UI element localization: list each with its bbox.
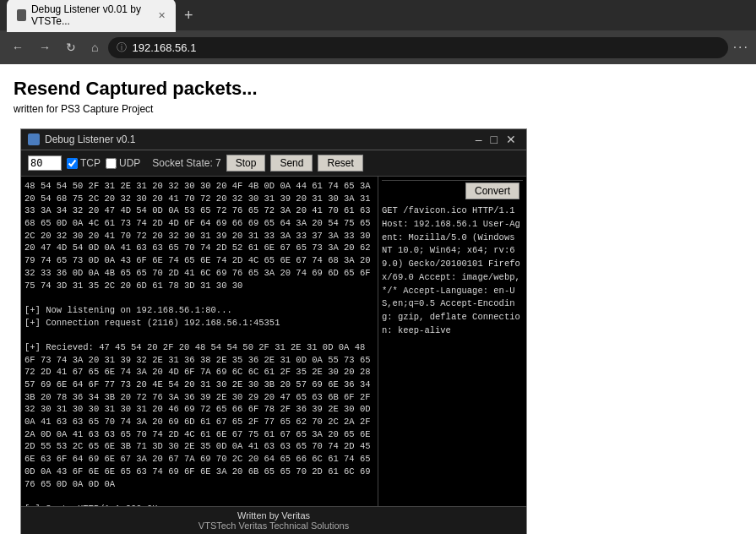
udp-checkbox-label[interactable]: UDP — [106, 157, 140, 169]
send-button[interactable]: Send — [270, 155, 313, 172]
udp-checkbox[interactable] — [106, 158, 117, 169]
debug-right-content: GET /favicon.ico HTTP/1.1 Host: 192.168.… — [382, 201, 523, 338]
debug-window-buttons: – □ ✕ — [472, 133, 519, 146]
address-bar-container: ⓘ — [108, 37, 727, 58]
debug-right-panel: Convert GET /favicon.ico HTTP/1.1 Host: … — [378, 177, 526, 506]
tab-favicon — [17, 9, 26, 21]
browser-toolbar: ← → ↻ ⌂ ⓘ ··· — [0, 30, 756, 64]
tab-close-button[interactable]: ✕ — [158, 10, 166, 21]
new-tab-button[interactable]: + — [179, 7, 199, 25]
active-tab[interactable]: Debug Listener v0.01 by VTSTe... ✕ — [7, 0, 176, 32]
debug-close-button[interactable]: ✕ — [503, 133, 519, 146]
debug-titlebar: Debug Listener v0.1 – □ ✕ — [21, 129, 526, 150]
reset-button[interactable]: Reset — [318, 155, 362, 172]
tcp-label: TCP — [80, 157, 101, 169]
convert-btn-row: Convert — [382, 180, 523, 201]
page-subtitle: written for PS3 Capture Project — [14, 103, 742, 115]
debug-title-left: Debug Listener v0.1 — [28, 134, 135, 145]
stop-button[interactable]: Stop — [226, 155, 266, 172]
page-content: Resend Captured packets... written for P… — [0, 64, 756, 534]
tcp-checkbox[interactable] — [67, 158, 78, 169]
tcp-checkbox-label[interactable]: TCP — [67, 157, 101, 169]
debug-footer: Written by Veritas VTSTech Veritas Techn… — [21, 506, 526, 534]
browser-titlebar: Debug Listener v0.01 by VTSTe... ✕ + — [0, 0, 756, 30]
back-button[interactable]: ← — [7, 37, 29, 57]
browser-menu-button[interactable]: ··· — [733, 40, 749, 55]
debug-window-icon — [28, 134, 40, 145]
debug-window: Debug Listener v0.1 – □ ✕ TCP UDP Socket… — [20, 128, 527, 534]
address-input[interactable] — [132, 41, 719, 54]
page-title: Resend Captured packets... — [14, 78, 742, 100]
debug-window-title: Debug Listener v0.1 — [45, 134, 135, 145]
debug-body: 48 54 54 50 2F 31 2E 31 20 32 30 30 20 4… — [21, 177, 526, 506]
debug-controls: TCP UDP Socket State: 7 Stop Send Reset — [21, 150, 526, 177]
tab-title: Debug Listener v0.01 by VTSTe... — [31, 3, 150, 27]
refresh-button[interactable]: ↻ — [61, 37, 81, 57]
udp-label: UDP — [119, 157, 140, 169]
forward-button[interactable]: → — [34, 37, 56, 57]
footer-line1: Written by Veritas — [28, 510, 519, 520]
debug-minimize-button[interactable]: – — [472, 133, 486, 146]
socket-state-label: Socket State: 7 — [152, 157, 220, 169]
port-input[interactable] — [28, 155, 62, 171]
footer-line2: VTSTech Veritas Technical Solutions — [28, 520, 519, 531]
lock-icon: ⓘ — [117, 41, 127, 55]
convert-button[interactable]: Convert — [465, 183, 519, 199]
debug-left-panel[interactable]: 48 54 54 50 2F 31 2E 31 20 32 30 30 20 4… — [21, 177, 378, 506]
debug-maximize-button[interactable]: □ — [487, 133, 501, 146]
home-button[interactable]: ⌂ — [86, 37, 103, 57]
